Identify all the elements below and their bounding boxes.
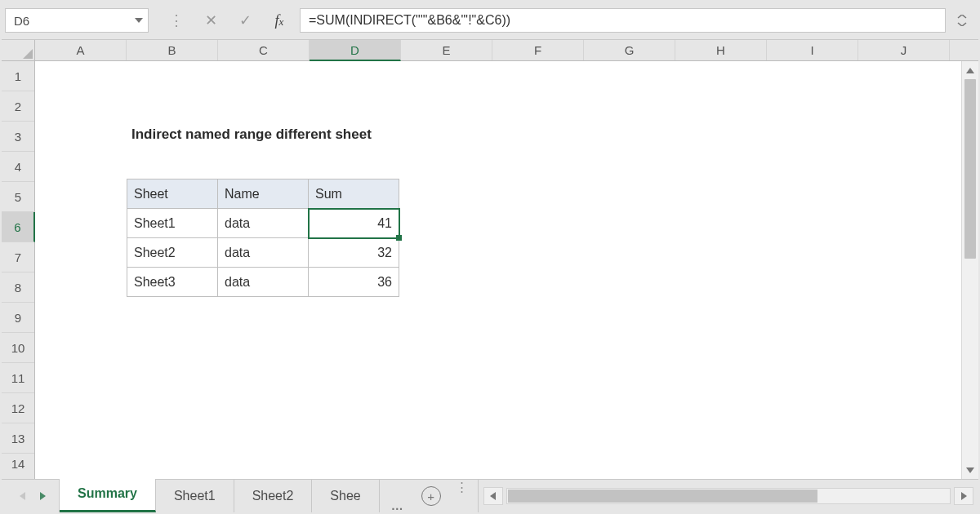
tab-sheet1[interactable]: Sheet1 (156, 480, 234, 512)
row-header-14[interactable]: 14 (2, 454, 34, 479)
column-headers: A B C D E F G H I J (2, 40, 978, 61)
row-headers: 1 2 3 4 5 6 7 8 9 10 11 12 13 14 (2, 61, 35, 479)
row-header-7[interactable]: 7 (2, 242, 34, 273)
col-header-I[interactable]: I (767, 40, 858, 60)
tab-divider-icon: ⋮ (448, 480, 478, 512)
more-options-icon[interactable]: ⋮ (163, 11, 190, 29)
vscroll-track[interactable] (962, 79, 978, 461)
formula-bar: D6 ⋮ ✕ ✓ fx =SUM(INDIRECT("'"&B6&"'!"&C6… (2, 2, 978, 39)
sheet-tabs: Summary Sheet1 Sheet2 Shee … (59, 480, 415, 512)
col-header-A[interactable]: A (35, 40, 127, 60)
cell-C6[interactable]: data (218, 209, 309, 238)
fx-icon: fx (275, 12, 284, 29)
table-row: Sheet1 data 41 (127, 209, 399, 238)
vertical-scrollbar[interactable] (961, 61, 978, 479)
horizontal-scrollbar[interactable] (478, 480, 978, 512)
row-header-12[interactable]: 12 (2, 393, 34, 423)
cell-C7[interactable]: data (218, 238, 309, 268)
tab-overflow-button[interactable]: … (380, 498, 415, 512)
row-header-13[interactable]: 13 (2, 423, 34, 454)
hscroll-thumb[interactable] (508, 490, 818, 503)
cell-D6[interactable]: 41 (309, 209, 399, 238)
row-header-6[interactable]: 6 (2, 212, 35, 242)
row-header-11[interactable]: 11 (2, 363, 34, 393)
plus-icon: + (421, 486, 441, 506)
cancel-formula-button[interactable]: ✕ (197, 11, 225, 29)
tab-summary[interactable]: Summary (60, 477, 156, 512)
name-box[interactable]: D6 (5, 8, 149, 33)
expand-formula-bar-button[interactable] (952, 15, 972, 26)
hscroll-track[interactable] (506, 488, 951, 504)
data-table: Sheet Name Sum Sheet1 data 41 Sheet2 dat… (127, 179, 399, 297)
cell-grid[interactable]: Indirect named range different sheet She… (35, 61, 961, 479)
row-header-2[interactable]: 2 (2, 91, 34, 122)
new-sheet-button[interactable]: + (415, 480, 448, 512)
row-header-4[interactable]: 4 (2, 152, 34, 182)
enter-formula-button[interactable]: ✓ (231, 11, 259, 29)
tab-sheet2[interactable]: Sheet2 (234, 480, 313, 512)
cell-B8[interactable]: Sheet3 (127, 268, 218, 297)
col-header-B[interactable]: B (127, 40, 218, 60)
cell-B7[interactable]: Sheet2 (127, 238, 218, 268)
col-header-D[interactable]: D (310, 40, 401, 61)
formula-input[interactable]: =SUM(INDIRECT("'"&B6&"'!"&C6)) (300, 8, 946, 33)
scroll-down-button[interactable] (962, 461, 978, 479)
row-header-8[interactable]: 8 (2, 273, 34, 303)
row-header-1[interactable]: 1 (2, 61, 34, 91)
scroll-up-button[interactable] (962, 61, 978, 79)
header-sheet[interactable]: Sheet (127, 179, 218, 209)
col-header-J[interactable]: J (858, 40, 950, 60)
tab-scroll-right-button[interactable] (40, 492, 46, 500)
col-header-C[interactable]: C (218, 40, 310, 60)
hscroll-right-button[interactable] (954, 487, 973, 505)
worksheet-area: A B C D E F G H I J 1 2 3 4 5 6 7 8 9 10 (2, 40, 978, 479)
col-header-G[interactable]: G (584, 40, 675, 60)
col-header-F[interactable]: F (492, 40, 584, 60)
formula-text: =SUM(INDIRECT("'"&B6&"'!"&C6)) (309, 13, 510, 28)
row-header-5[interactable]: 5 (2, 182, 34, 212)
tab-scroll-left-button[interactable] (20, 492, 25, 500)
select-all-triangle[interactable] (2, 40, 35, 60)
table-header-row: Sheet Name Sum (127, 179, 399, 209)
row-header-9[interactable]: 9 (2, 303, 34, 333)
chevron-down-icon (135, 18, 143, 23)
hscroll-left-button[interactable] (483, 487, 503, 505)
cell-D8[interactable]: 36 (309, 268, 399, 297)
sheet-title-text: Indirect named range different sheet (131, 126, 372, 143)
table-row: Sheet3 data 36 (127, 268, 399, 297)
tab-nav (2, 480, 59, 512)
row-header-3[interactable]: 3 (2, 122, 34, 152)
row-header-10[interactable]: 10 (2, 333, 34, 363)
col-header-H[interactable]: H (675, 40, 767, 60)
excel-window: D6 ⋮ ✕ ✓ fx =SUM(INDIRECT("'"&B6&"'!"&C6… (0, 0, 980, 514)
col-header-E[interactable]: E (401, 40, 492, 60)
header-sum[interactable]: Sum (309, 179, 399, 209)
insert-function-button[interactable]: fx (265, 12, 293, 29)
tab-sheet3[interactable]: Shee (312, 480, 379, 512)
table-row: Sheet2 data 32 (127, 238, 399, 268)
cell-D7[interactable]: 32 (309, 238, 399, 268)
vscroll-thumb[interactable] (964, 79, 976, 259)
cell-B6[interactable]: Sheet1 (127, 209, 218, 238)
name-box-value: D6 (14, 14, 29, 28)
sheet-tab-strip: Summary Sheet1 Sheet2 Shee … + ⋮ (2, 479, 978, 512)
cell-C8[interactable]: data (218, 268, 309, 297)
header-name[interactable]: Name (218, 179, 309, 209)
